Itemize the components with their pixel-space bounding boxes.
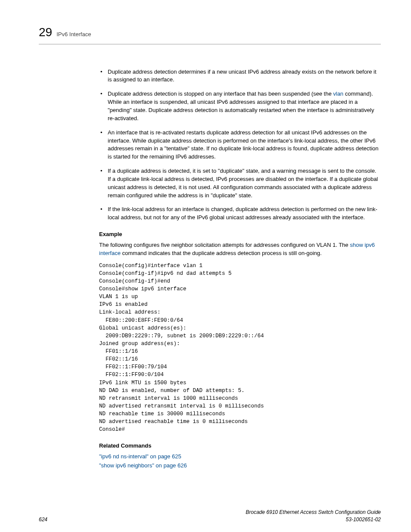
related-link-2[interactable]: "show ipv6 neighbors" on page 626 (99, 462, 187, 469)
related-commands: "ipv6 nd ns-interval" on page 625 "show … (99, 453, 381, 470)
doc-number: 53-1002651-02 (246, 516, 381, 523)
list-item: Duplicate address detection determines i… (99, 68, 381, 84)
list-item: If the link-local address for an interfa… (99, 205, 381, 222)
bullet-list: Duplicate address detection determines i… (99, 68, 381, 222)
example-intro: The following configures five neighbor s… (99, 241, 381, 258)
bullet-text: If the link-local address for an interfa… (108, 206, 377, 221)
doc-title: Brocade 6910 Ethernet Access Switch Conf… (246, 509, 381, 516)
list-item: An interface that is re-activated restar… (99, 129, 381, 161)
page-header: 29 IPv6 Interface (39, 24, 381, 44)
bullet-text: Duplicate address detection determines i… (108, 68, 377, 83)
page-number: 624 (39, 516, 47, 523)
intro-pre: The following configures five neighbor s… (99, 242, 350, 248)
main-content: Duplicate address detection determines i… (99, 68, 381, 470)
section-title: IPv6 Interface (56, 31, 91, 39)
code-example: Console(config)#interface vlan 1 Console… (99, 262, 381, 434)
list-item: If a duplicate address is detected, it i… (99, 167, 381, 199)
related-heading: Related Commands (99, 442, 381, 450)
bullet-text: An interface that is re-activated restar… (108, 129, 379, 160)
bullet-text-pre: Duplicate address detection is stopped o… (108, 90, 333, 97)
intro-post: command indicates that the duplicate add… (121, 250, 322, 256)
page-footer: 624 Brocade 6910 Ethernet Access Switch … (39, 509, 381, 524)
example-heading: Example (99, 230, 381, 239)
vlan-link[interactable]: vlan (333, 90, 343, 97)
related-link-1[interactable]: "ipv6 nd ns-interval" on page 625 (99, 453, 181, 460)
list-item: Duplicate address detection is stopped o… (99, 90, 381, 122)
bullet-text: If a duplicate address is detected, it i… (108, 168, 378, 199)
chapter-number: 29 (39, 24, 52, 41)
